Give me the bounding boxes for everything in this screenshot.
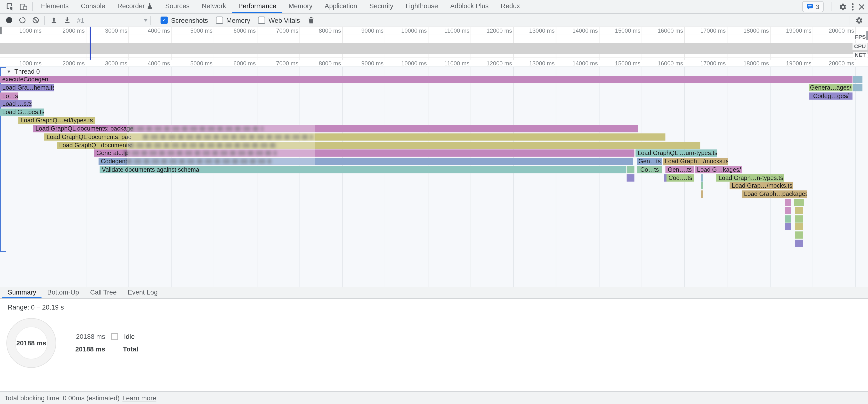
flame-bar[interactable]	[795, 223, 803, 230]
flame-bar[interactable]: Load Graph…packages/	[742, 190, 807, 198]
flame-bar[interactable]	[701, 190, 703, 198]
checkbox-box[interactable]	[258, 17, 265, 24]
flame-bar[interactable]: Load GraphQL …urn-types.ts	[636, 150, 717, 157]
inspect-element-button[interactable]	[3, 0, 17, 13]
history-dropdown[interactable]: #1	[77, 16, 148, 24]
timeline-overview[interactable]: 1000 ms2000 ms3000 ms4000 ms5000 ms6000 …	[0, 27, 868, 60]
collect-garbage-button[interactable]	[304, 14, 318, 26]
record-button[interactable]	[2, 14, 16, 26]
checkbox-screenshots[interactable]: ✓Screenshots	[161, 16, 208, 24]
flame-bar[interactable]	[701, 175, 703, 182]
flame-bar[interactable]	[785, 223, 791, 230]
flame-bar[interactable]: Load Graph…n-types.ts	[716, 175, 784, 182]
flame-bar[interactable]	[795, 207, 803, 214]
tab-memory[interactable]: Memory	[282, 0, 318, 13]
issues-badge-button[interactable]: 3	[802, 1, 824, 12]
load-profile-button[interactable]	[60, 14, 73, 26]
flame-bar[interactable]: Load …s.ts	[0, 100, 31, 107]
save-profile-button[interactable]	[47, 14, 60, 26]
tab-application[interactable]: Application	[318, 0, 363, 13]
flame-bar[interactable]: Validate documents against schema	[99, 166, 626, 174]
gridline	[471, 67, 471, 287]
toggle-device-toolbar-button[interactable]	[17, 0, 30, 13]
flame-bar[interactable]: Load Graph…/mocks.ts	[662, 158, 728, 165]
overview-left-handle[interactable]	[0, 27, 2, 34]
flame-bar[interactable]	[795, 231, 803, 239]
details-tab-summary[interactable]: Summary	[2, 287, 42, 299]
redaction-overlay	[127, 124, 315, 165]
learn-more-link[interactable]: Learn more	[122, 394, 156, 402]
flame-bar[interactable]	[853, 76, 862, 83]
flame-bar[interactable]: Gen….ts	[665, 166, 694, 174]
flame-bar[interactable]	[853, 84, 862, 91]
collapse-triangle-icon: ▼	[6, 69, 11, 74]
checkbox-web-vitals[interactable]: Web Vitals	[258, 16, 300, 24]
flame-bar[interactable]	[795, 199, 804, 206]
flame-bar[interactable]: Load Gra…hema.ts	[0, 84, 54, 91]
checkbox-box[interactable]: ✓	[161, 17, 168, 24]
ruler-tick-label: 14000 ms	[564, 60, 598, 66]
ruler-tick-label: 1000 ms	[8, 27, 41, 34]
flame-bar[interactable]	[626, 175, 634, 182]
lane-label-cpu: CPU	[852, 43, 868, 50]
flame-bar[interactable]: Lo…s	[0, 93, 18, 100]
flame-bar[interactable]: Genera…ages/	[809, 84, 852, 91]
tab-label: Adblock Plus	[450, 2, 489, 10]
tab-performance[interactable]: Performance	[232, 0, 282, 13]
range-label: Range: 0 – 20.19 s	[8, 304, 64, 311]
reload-and-record-button[interactable]	[16, 14, 29, 26]
flame-bar[interactable]	[785, 215, 791, 223]
flame-bar[interactable]: Load GraphQL documents: package	[33, 125, 638, 132]
toolbar-separator	[831, 2, 831, 11]
flame-bar[interactable]: executeCodegen	[0, 76, 852, 83]
tab-redux[interactable]: Redux	[495, 0, 526, 13]
tab-console[interactable]: Console	[75, 0, 112, 13]
lane-label-fps: FPS	[854, 34, 868, 40]
details-tab-event-log[interactable]: Event Log	[122, 287, 163, 299]
thread-header[interactable]: ▼ Thread 0	[6, 68, 40, 74]
flame-bar[interactable]	[785, 199, 791, 206]
flame-chart[interactable]: ▼ Thread 0 executeCodegenLoad Gra…hema.t…	[0, 66, 868, 287]
ruler-tick-label: 1000 ms	[8, 60, 41, 66]
tab-elements[interactable]: Elements	[35, 0, 75, 13]
clear-button[interactable]	[29, 14, 42, 26]
tab-sources[interactable]: Sources	[159, 0, 196, 13]
checkbox-memory[interactable]: Memory	[216, 16, 250, 24]
flame-bar[interactable]	[795, 215, 803, 223]
tab-lighthouse[interactable]: Lighthouse	[399, 0, 444, 13]
tab-network[interactable]: Network	[196, 0, 232, 13]
flame-bar[interactable]: Load G…pes.ts	[0, 108, 44, 116]
ruler-tick-label: 16000 ms	[650, 27, 683, 34]
flame-bar[interactable]: Gen…ts	[637, 158, 662, 165]
flame-bar[interactable]: Cod….ts	[666, 175, 694, 182]
close-devtools-button[interactable]	[859, 4, 865, 10]
trash-icon	[308, 17, 314, 24]
details-tab-bottom-up[interactable]: Bottom-Up	[42, 287, 85, 299]
flame-bar[interactable]	[701, 182, 703, 189]
checkbox-box[interactable]	[216, 17, 223, 24]
ruler-tick-label: 7000 ms	[265, 27, 299, 34]
details-tab-call-tree[interactable]: Call Tree	[85, 287, 122, 299]
overview-playhead[interactable]	[90, 27, 91, 60]
flame-bar[interactable]: Codeg…ges/	[809, 93, 852, 100]
gridline	[342, 67, 343, 287]
flame-bar[interactable]: Load G…kages/	[695, 166, 742, 174]
flame-bar[interactable]: Co…ts	[637, 166, 662, 174]
flame-bar[interactable]	[785, 207, 791, 214]
flame-bar[interactable]	[795, 240, 803, 247]
flame-bar[interactable]	[664, 175, 666, 182]
flame-bar[interactable]: Load Grap…/mocks.ts	[730, 182, 793, 189]
tab-security[interactable]: Security	[363, 0, 399, 13]
flame-bar[interactable]	[626, 166, 634, 174]
capture-settings-button[interactable]	[852, 14, 866, 26]
overview-right-handle[interactable]	[866, 31, 868, 40]
ruler-tick-label: 16000 ms	[650, 60, 683, 66]
flame-bar[interactable]: Load GraphQ…ed/types.ts	[18, 117, 95, 124]
tab-recorder[interactable]: Recorder	[112, 0, 159, 13]
settings-button[interactable]	[839, 2, 847, 11]
upload-icon	[50, 17, 57, 24]
more-options-button[interactable]	[852, 3, 854, 10]
tab-adblock-plus[interactable]: Adblock Plus	[444, 0, 495, 13]
ruler-tick-label: 13000 ms	[521, 60, 555, 66]
tab-label: Security	[369, 2, 393, 10]
